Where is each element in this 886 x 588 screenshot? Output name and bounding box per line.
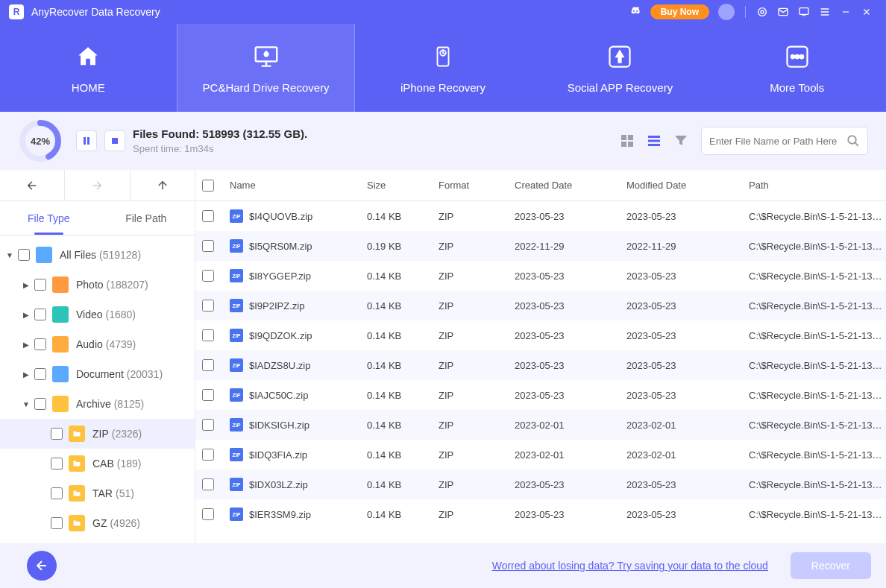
tree-item-video[interactable]: ▶Video(1680) [0, 300, 195, 329]
search-input[interactable] [709, 136, 846, 147]
nav-home[interactable]: HOME [0, 24, 177, 112]
cloud-save-link[interactable]: Worred about losing data? Try saving you… [492, 560, 768, 572]
tree-item-photo[interactable]: ▶Photo(188207) [0, 270, 195, 300]
row-checkbox[interactable] [202, 329, 214, 341]
file-path: C:\$Recycle.Bin\S-1-5-21-13301... [740, 449, 886, 461]
row-checkbox[interactable] [202, 240, 214, 252]
nav-pc-recovery[interactable]: PC&Hard Drive Recovery [177, 24, 354, 112]
avatar[interactable] [718, 4, 735, 20]
tree-item-zip[interactable]: ZIP(2326) [0, 419, 195, 449]
nav-more-label: More Tools [770, 81, 824, 94]
nav-forward-button[interactable] [65, 170, 130, 200]
doc-icon [52, 366, 69, 382]
tree-checkbox[interactable] [34, 398, 46, 410]
svg-point-11 [796, 54, 799, 58]
row-checkbox[interactable] [202, 300, 214, 312]
col-format[interactable]: Format [430, 180, 506, 191]
tree-checkbox[interactable] [51, 517, 63, 529]
tree-label: Archive [76, 398, 111, 410]
row-checkbox[interactable] [202, 449, 214, 461]
stop-button[interactable] [104, 130, 125, 151]
svg-rect-24 [648, 144, 660, 146]
col-size[interactable]: Size [358, 180, 430, 191]
chevron-icon[interactable]: ▶ [21, 341, 31, 349]
table-row[interactable]: ZIP$I8YGGEP.zip0.14 KBZIP2023-05-232023-… [195, 261, 886, 291]
svg-rect-18 [621, 135, 626, 140]
mail-icon[interactable] [773, 1, 794, 22]
grid-view-icon[interactable] [620, 134, 634, 148]
tab-file-path[interactable]: File Path [98, 201, 195, 235]
more-icon [783, 42, 811, 71]
table-row[interactable]: ZIP$I4QUOVB.zip0.14 KBZIP2023-05-232023-… [195, 201, 886, 231]
table-row[interactable]: ZIP$I5QRS0M.zip0.19 KBZIP2022-11-292022-… [195, 231, 886, 261]
col-modified[interactable]: Modified Date [618, 180, 740, 191]
file-created: 2023-05-23 [506, 330, 618, 341]
tree-checkbox[interactable] [34, 279, 46, 291]
table-row[interactable]: ZIP$IER3SM9.zip0.14 KBZIP2023-05-232023-… [195, 499, 886, 529]
filter-icon[interactable] [674, 134, 688, 148]
col-path[interactable]: Path [740, 180, 886, 191]
chevron-icon[interactable]: ▼ [4, 251, 15, 259]
row-checkbox[interactable] [202, 389, 214, 401]
zip-file-icon: ZIP [230, 388, 243, 402]
search-box[interactable] [701, 127, 868, 155]
minimize-icon[interactable] [835, 1, 856, 22]
menu-icon[interactable] [814, 1, 835, 22]
discord-icon[interactable] [625, 1, 646, 22]
target-icon[interactable] [752, 1, 773, 22]
table-row[interactable]: ZIP$I9QDZOK.zip0.14 KBZIP2023-05-232023-… [195, 320, 886, 350]
tree-checkbox[interactable] [34, 338, 46, 350]
nav-back-button[interactable] [0, 170, 65, 200]
file-size: 0.14 KB [358, 479, 430, 490]
close-icon[interactable] [856, 1, 877, 22]
table-row[interactable]: ZIP$IDKSIGH.zip0.14 KBZIP2023-02-012023-… [195, 410, 886, 440]
main-nav: HOME PC&Hard Drive Recovery iPhone Recov… [0, 24, 886, 112]
chevron-icon[interactable]: ▶ [21, 311, 31, 319]
tree-item-tar[interactable]: TAR(51) [0, 478, 195, 508]
col-created[interactable]: Created Date [506, 180, 618, 191]
tree-checkbox[interactable] [51, 458, 63, 470]
pause-button[interactable] [76, 130, 97, 151]
tree-item-gz[interactable]: GZ(4926) [0, 508, 195, 538]
tab-file-type[interactable]: File Type [0, 201, 98, 235]
nav-social-recovery[interactable]: Social APP Recovery [532, 24, 709, 112]
recover-button[interactable]: Recover [791, 552, 871, 579]
table-row[interactable]: ZIP$IAJC50C.zip0.14 KBZIP2023-05-232023-… [195, 380, 886, 410]
nav-up-button[interactable] [131, 170, 195, 200]
tree-checkbox[interactable] [51, 487, 63, 499]
buy-now-button[interactable]: Buy Now [650, 4, 709, 19]
row-checkbox[interactable] [202, 508, 214, 520]
tree-item-archive[interactable]: ▼Archive(8125) [0, 389, 195, 419]
tree-checkbox[interactable] [18, 249, 30, 261]
row-checkbox[interactable] [202, 359, 214, 371]
nav-more-tools[interactable]: More Tools [709, 24, 886, 112]
row-checkbox[interactable] [202, 270, 214, 282]
tree-item-document[interactable]: ▶Document(20031) [0, 359, 195, 389]
file-name: $IDKSIGH.zip [249, 420, 310, 431]
table-row[interactable]: ZIP$IDQ3FIA.zip0.14 KBZIP2023-02-012023-… [195, 440, 886, 470]
list-view-icon[interactable] [647, 134, 661, 148]
table-row[interactable]: ZIP$IADZS8U.zip0.14 KBZIP2023-05-232023-… [195, 350, 886, 380]
tree-item-cab[interactable]: CAB(189) [0, 449, 195, 478]
tree-checkbox[interactable] [51, 428, 63, 440]
row-checkbox[interactable] [202, 210, 214, 222]
tree-item-audio[interactable]: ▶Audio(4739) [0, 329, 195, 359]
chevron-icon[interactable]: ▼ [21, 400, 31, 408]
table-row[interactable]: ZIP$IDX03LZ.zip0.14 KBZIP2023-05-232023-… [195, 470, 886, 499]
nav-iphone-recovery[interactable]: iPhone Recovery [355, 24, 532, 112]
tree-item-7z[interactable]: 7Z(564) [0, 538, 195, 543]
search-icon[interactable] [846, 134, 860, 148]
row-checkbox[interactable] [202, 419, 214, 431]
back-button[interactable] [27, 551, 57, 581]
zip-file-icon: ZIP [230, 269, 243, 282]
chevron-icon[interactable]: ▶ [21, 370, 31, 379]
col-name[interactable]: Name [221, 180, 358, 191]
table-row[interactable]: ZIP$I9P2IPZ.zip0.14 KBZIP2023-05-232023-… [195, 291, 886, 320]
row-checkbox[interactable] [202, 478, 214, 490]
tree-checkbox[interactable] [34, 368, 46, 380]
chevron-icon[interactable]: ▶ [21, 281, 31, 289]
feedback-icon[interactable] [794, 1, 814, 22]
select-all-checkbox[interactable] [202, 180, 214, 192]
tree-item-all-files[interactable]: ▼All Files(519128) [0, 240, 195, 270]
tree-checkbox[interactable] [34, 309, 46, 320]
